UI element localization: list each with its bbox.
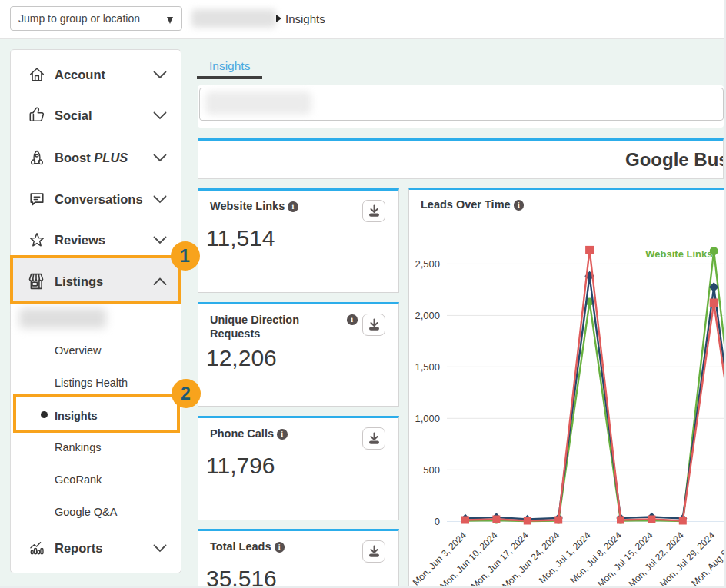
- svg-text:2,500: 2,500: [415, 258, 440, 270]
- svg-text:1,000: 1,000: [415, 413, 440, 424]
- svg-text:Website Links: Website Links: [645, 248, 712, 260]
- svg-text:Mon, Jul 15, 2024: Mon, Jul 15, 2024: [595, 530, 655, 586]
- svg-text:Mon, Jul 22, 2024: Mon, Jul 22, 2024: [627, 530, 687, 586]
- svg-text:0: 0: [435, 516, 440, 527]
- svg-text:1,500: 1,500: [415, 361, 440, 373]
- svg-text:2,000: 2,000: [415, 310, 440, 321]
- svg-text:Mon, Jun 3, 2024: Mon, Jun 3, 2024: [411, 530, 469, 586]
- svg-text:500: 500: [423, 464, 440, 476]
- svg-text:Mon, Jul 29, 2024: Mon, Jul 29, 2024: [658, 530, 718, 586]
